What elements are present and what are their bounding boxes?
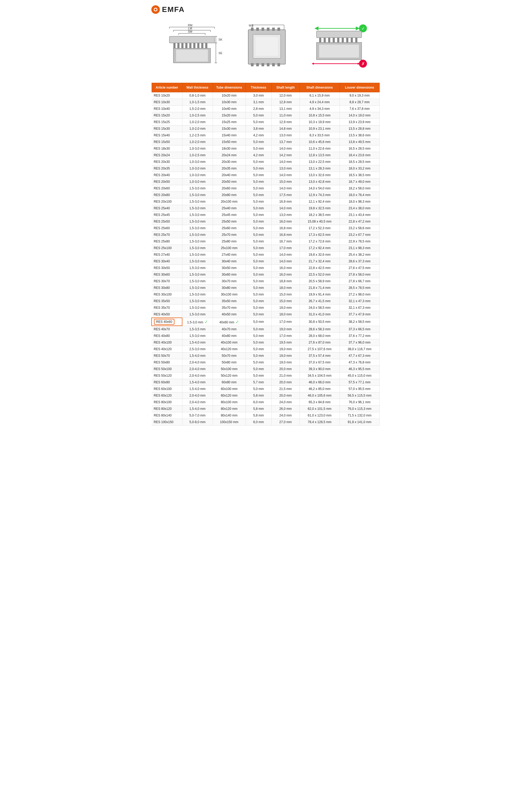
col-header-wall: Wall thickness (182, 83, 213, 92)
table-row: RES 30x701,5-3,0 mm30x70 mm5,0 mm18,8 mm… (152, 278, 380, 285)
table-row: RES 50x1002,0-4,0 mm50x100 mm5,0 mm20,0 … (152, 366, 380, 373)
table-header-row: Article number Wall thickness Tube dimen… (152, 83, 380, 92)
svg-rect-16 (177, 43, 180, 48)
svg-rect-42 (272, 28, 275, 31)
diagrams-section: RM LM SM (151, 19, 380, 75)
svg-rect-47 (267, 63, 269, 66)
table-row: RES 25x401,5-3,0 mm25x40 mm5,0 mm14,0 mm… (152, 205, 380, 212)
table-row: RES 20x801,5-3,0 mm20x80 mm5,0 mm17,5 mm… (152, 192, 380, 199)
table-row: RES 30x801,5-3,0 mm30x80 mm5,0 mm18,0 mm… (152, 285, 380, 291)
svg-rect-18 (185, 43, 187, 48)
svg-rect-48 (272, 63, 275, 66)
svg-rect-60 (337, 38, 339, 42)
svg-text:✗: ✗ (361, 61, 365, 66)
svg-rect-17 (181, 43, 183, 48)
table-row: RES 30x1001,5-3,0 mm30x100 mm5,0 mm15,0 … (152, 291, 380, 298)
table-row: RES 20x241,0-2,5 mm20x24 mm4,2 mm14,2 mm… (152, 152, 380, 159)
product-table: Article number Wall thickness Tube dimen… (151, 83, 380, 425)
svg-rect-44 (251, 63, 254, 66)
table-row: RES 25x451,5-3,0 mm25x45 mm5,0 mm13,0 mm… (152, 212, 380, 218)
svg-rect-64 (355, 38, 358, 42)
svg-rect-40 (262, 28, 264, 31)
svg-rect-66 (319, 45, 359, 58)
svg-text:✓: ✓ (361, 26, 365, 31)
table-row: RES 35x701,5-3,0 mm35x70 mm5,0 mm19,0 mm… (152, 305, 380, 311)
table-row: RES 15x401,2-2,5 mm15x40 mm4,2 mm13,0 mm… (152, 132, 380, 139)
table-row: RES 20x301,0-3,0 mm20x30 mm5,0 mm14,0 mm… (152, 159, 380, 165)
logo-text: EMFA (162, 5, 185, 14)
svg-rect-51 (256, 37, 278, 56)
table-row: RES 50x701,5-4,0 mm50x70 mm5,0 mm19,0 mm… (152, 352, 380, 359)
table-row: RES 25x1001,5-3,0 mm25x100 mm5,0 mm17,0 … (152, 245, 380, 251)
table-row: RES 20x601,5-3,0 mm20x60 mm5,0 mm14,0 mm… (152, 185, 380, 192)
svg-rect-56 (319, 38, 321, 42)
svg-rect-61 (342, 38, 344, 42)
table-row: RES 80x1405,0-7,0 mm80x140 mm5,8 mm24,0 … (152, 412, 380, 419)
svg-rect-49 (277, 63, 280, 66)
logo-icon (151, 5, 160, 14)
svg-rect-57 (324, 38, 326, 42)
svg-text:LM: LM (188, 27, 192, 30)
header: EMFA (151, 5, 380, 14)
svg-rect-46 (262, 63, 264, 66)
svg-text:RM: RM (188, 24, 193, 27)
table-row: RES 80x1201,5-4,0 mm80x120 mm5,8 mm26,0 … (152, 406, 380, 412)
table-row: RES 100x1505,0-8,0 mm100x150 mm6,0 mm27,… (152, 419, 380, 425)
table-row: RES 20x401,0-3,0 mm20x40 mm5,0 mm14,0 mm… (152, 172, 380, 178)
svg-rect-62 (346, 38, 348, 42)
svg-rect-15 (173, 43, 176, 48)
diagram-side-view: RM LM SM (162, 22, 223, 72)
svg-text:SM: SM (188, 30, 193, 33)
table-row: RES 18x301,0-3,0 mm18x30 mm5,0 mm14,0 mm… (152, 145, 380, 152)
svg-rect-25 (176, 49, 208, 61)
table-row: RES 25x601,5-3,0 mm25x60 mm5,0 mm16,8 mm… (152, 225, 380, 232)
svg-marker-70 (312, 62, 314, 65)
svg-rect-19 (189, 43, 192, 48)
table-row: RES 10x401,5-2,0 mm10x40 mm2,8 mm13,1 mm… (152, 105, 380, 112)
table-row: RES 50x1202,0-4,0 mm50x120 mm5,0 mm21,0 … (152, 373, 380, 379)
svg-rect-63 (351, 38, 353, 42)
table-row: RES 27x401,5-3,0 mm27x40 mm5,0 mm14,0 mm… (152, 251, 380, 258)
table-row: RES 60x1202,0-4,0 mm60x120 mm5,8 mm20,0 … (152, 392, 380, 399)
table-row: RES 40x701,5-3,5 mm40x70 mm5,0 mm19,0 mm… (152, 326, 380, 333)
svg-text:SE: SE (219, 52, 223, 55)
svg-rect-23 (205, 43, 207, 48)
table-row: RES 60x1001,5-4,0 mm60x100 mm5,0 mm21,5 … (152, 386, 380, 392)
col-header-louver: Louver dimensions (339, 83, 380, 92)
table-row: RES 25x501,5-3,0 mm25x50 mm5,0 mm16,0 mm… (152, 218, 380, 225)
table-row: RES 20x351,0-3,0 mm20x35 mm5,0 mm13,0 mm… (152, 165, 380, 172)
table-row: RES 40x501,5-3,0 mm40x50 mm5,0 mm18,0 mm… (152, 311, 380, 318)
table-row: RES 25x801,5-3,0 mm25x80 mm5,0 mm16,7 mm… (152, 238, 380, 245)
table-row: RES 20x1001,5-3,0 mm20x100 mm5,0 mm16,9 … (152, 199, 380, 205)
svg-point-1 (155, 9, 157, 11)
svg-rect-20 (193, 43, 195, 48)
col-header-shaft-length: Shaft length (271, 83, 299, 92)
svg-rect-21 (197, 43, 199, 48)
table-row: RES 15x501,0-2,0 mm15x50 mm5,0 mm13,7 mm… (152, 139, 380, 145)
col-header-article: Article number (152, 83, 182, 92)
svg-rect-14 (169, 37, 214, 43)
svg-rect-22 (201, 43, 204, 48)
svg-rect-45 (256, 63, 259, 66)
table-row: RES 35x501,5-3,0 mm35x50 mm5,0 mm15,0 mm… (152, 298, 380, 305)
diagram-front-view: WS (243, 22, 291, 72)
col-header-thickness: Thickness (246, 83, 271, 92)
svg-rect-41 (267, 28, 269, 31)
table-row: RES 15x201,0-2,5 mm15x20 mm5,0 mm11,0 mm… (152, 112, 380, 119)
logo: EMFA (151, 5, 185, 14)
svg-rect-55 (317, 31, 362, 38)
diagram-fit-check: ✓ (311, 22, 369, 72)
col-header-tube: Tube dimensions (213, 83, 246, 92)
svg-rect-58 (328, 38, 330, 42)
table-row: RES 15x251,0-2,0 mm15x25 mm5,0 mm12,9 mm… (152, 119, 380, 126)
table-row: RES 30x501,5-3,0 mm30x50 mm5,0 mm16,0 mm… (152, 265, 380, 271)
table-row: RES 10x301,0-1,5 mm10x30 mm3,1 mm12,8 mm… (152, 99, 380, 105)
table-row: RES 50x802,0-4,0 mm50x80 mm5,0 mm19,0 mm… (152, 359, 380, 366)
table-row: RES 30x601,5-3,0 mm30x60 mm5,0 mm16,0 mm… (152, 271, 380, 278)
svg-text:WS: WS (249, 24, 254, 27)
table-row: RES 40x601,5-3,0 mm ✓40x60 mm ✓5,0 mm17,… (152, 318, 380, 326)
table-row: RES 40x1001,5-4,0 mm40x100 mm5,0 mm19,5 … (152, 339, 380, 346)
table-row: RES 15x301,0-2,0 mm15x30 mm3,8 mm14,8 mm… (152, 126, 380, 132)
table-row: RES 40x801,5-3,0 mm40x80 mm5,0 mm17,0 mm… (152, 333, 380, 339)
svg-text:SK: SK (219, 38, 223, 41)
